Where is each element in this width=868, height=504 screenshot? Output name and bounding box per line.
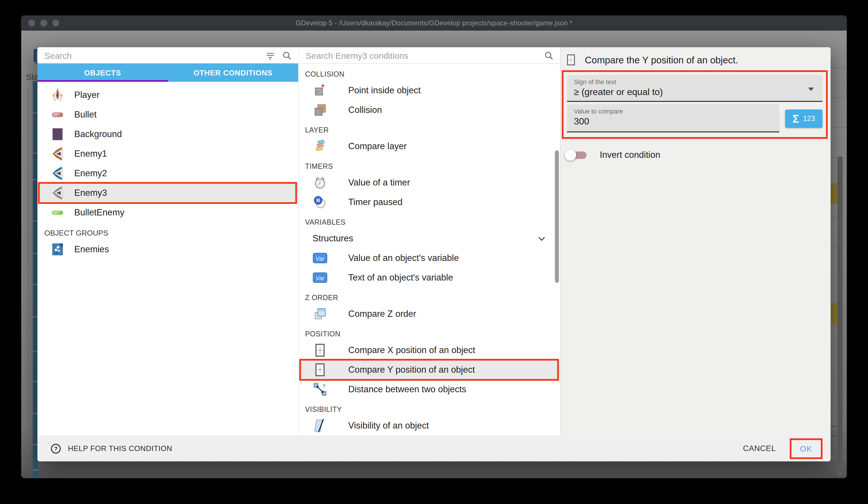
- sigma-icon: Σ: [793, 113, 799, 124]
- condition-item-value-of-an-object-s-variable[interactable]: VarValue of an object's variable: [299, 248, 560, 268]
- condition-item-distance-between-two-objects[interactable]: ?Distance between two objects: [299, 380, 560, 399]
- object-name: Bullet: [74, 109, 97, 120]
- events-right-column: [829, 66, 846, 463]
- window-title: GDevelop 5 - /Users/dkarakay/Documents/G…: [296, 19, 572, 27]
- condition-item-compare-layer[interactable]: Compare layer: [299, 137, 560, 156]
- objects-search-input[interactable]: [44, 50, 259, 60]
- expression-digits: 123: [803, 115, 815, 123]
- conditions-search-row: [299, 47, 560, 63]
- condition-item-compare-z-order[interactable]: Compare Z order: [299, 304, 560, 324]
- condition-label: Distance between two objects: [348, 384, 466, 395]
- timer-paused-icon: [312, 195, 328, 210]
- variable-value-icon: Var: [312, 251, 328, 265]
- condition-item-collision[interactable]: Collision: [299, 100, 560, 120]
- condition-label: Timer paused: [348, 197, 402, 208]
- events-tree-line: [28, 88, 28, 461]
- bullet-icon: [50, 107, 65, 122]
- condition-item-compare-y-position-of-an-object[interactable]: Compare Y position of an object: [299, 360, 560, 380]
- choose-condition-dialog: OBJECTSOTHER CONDITIONS PlayerBulletBack…: [38, 47, 830, 461]
- object-item-enemy1[interactable]: Enemy1: [38, 144, 298, 164]
- compare-position-icon: [312, 362, 328, 377]
- enemy3-ship-icon: [50, 185, 65, 200]
- conditions-panel: COLLISIONPoint inside objectCollisionLAY…: [298, 47, 560, 435]
- condition-item-point-inside-object[interactable]: Point inside object: [299, 81, 560, 100]
- condition-label: Value of an object's variable: [348, 253, 459, 263]
- condition-group-label: Structures: [312, 233, 353, 244]
- condition-label: Compare X position of an object: [348, 345, 475, 355]
- tab-objects[interactable]: OBJECTS: [38, 63, 168, 82]
- object-name: Player: [74, 90, 100, 100]
- compare-position-icon: [312, 343, 328, 358]
- objects-panel: OBJECTSOTHER CONDITIONS PlayerBulletBack…: [38, 47, 298, 435]
- object-item-bulletenemy[interactable]: BulletEnemy: [38, 203, 298, 222]
- object-item-player[interactable]: Player: [38, 85, 298, 105]
- section-header: POSITION: [299, 324, 560, 340]
- background-icon: [50, 127, 65, 142]
- value-to-compare-input[interactable]: [567, 115, 758, 127]
- help-button[interactable]: ? HELP FOR THIS CONDITION: [50, 443, 172, 454]
- ok-button[interactable]: OK: [800, 444, 813, 453]
- condition-header: Compare the Y position of an object.: [565, 53, 738, 66]
- condition-label: Compare Z order: [348, 309, 416, 319]
- titlebar: GDevelop 5 - /Users/dkarakay/Documents/G…: [21, 16, 847, 31]
- close-button[interactable]: [28, 20, 35, 27]
- object-item-background[interactable]: Background: [38, 124, 298, 144]
- condition-label: Point inside object: [348, 85, 421, 95]
- condition-label: Value of a timer: [348, 178, 410, 188]
- events-scrollbar[interactable]: [837, 156, 843, 476]
- annotation-box-ok: OK: [790, 438, 823, 459]
- point-inside-icon: [312, 83, 328, 98]
- compare-position-icon: [565, 53, 577, 66]
- value-to-compare-field[interactable]: Value to compare: [567, 104, 779, 132]
- minimize-button[interactable]: [40, 20, 47, 27]
- condition-label: Visibility of an object: [348, 421, 429, 431]
- enemies-group-icon: [50, 242, 65, 257]
- condition-item-structures[interactable]: Structures: [299, 229, 560, 248]
- tab-other-conditions[interactable]: OTHER CONDITIONS: [168, 63, 298, 82]
- object-name: Background: [74, 129, 122, 139]
- condition-item-value-of-a-timer[interactable]: Value of a timer: [299, 173, 560, 192]
- dialog-footer: ? HELP FOR THIS CONDITION CANCEL OK: [38, 435, 830, 461]
- object-name: Enemy2: [74, 168, 107, 179]
- compare-layer-icon: [312, 139, 328, 154]
- expression-editor-button[interactable]: Σ 123: [785, 109, 823, 128]
- screen: GDevelop 5 - /Users/dkarakay/Documents/G…: [0, 0, 868, 504]
- search-icon[interactable]: [281, 50, 292, 61]
- section-header: VISIBILITY: [299, 399, 560, 416]
- maximize-button[interactable]: [52, 20, 59, 27]
- sign-of-test-label: Sign of the test: [567, 75, 823, 85]
- gdevelop-window: GDevelop 5 - /Users/dkarakay/Documents/G…: [21, 15, 847, 478]
- objects-search-row: [38, 47, 298, 63]
- invert-condition-label: Invert condition: [600, 150, 660, 160]
- svg-text:?: ?: [323, 383, 326, 389]
- svg-text:Var: Var: [316, 255, 325, 262]
- conditions-list: COLLISIONPoint inside objectCollisionLAY…: [299, 64, 560, 435]
- condition-item-visibility-of-an-object[interactable]: Visibility of an object: [299, 416, 560, 435]
- condition-label: Text of an object's variable: [348, 272, 453, 283]
- scene-tab-label: Sta: [26, 72, 39, 82]
- condition-item-compare-x-position-of-an-object[interactable]: Compare X position of an object: [299, 340, 560, 360]
- conditions-scrollbar[interactable]: [555, 150, 559, 283]
- invert-condition-toggle[interactable]: [566, 151, 587, 159]
- object-item-bullet[interactable]: Bullet: [38, 105, 298, 124]
- bullet-enemy-icon: [50, 205, 65, 220]
- section-header: Z ORDER: [299, 288, 560, 304]
- collision-icon: [312, 102, 328, 118]
- chevron-down-icon[interactable]: [536, 233, 547, 244]
- object-item-enemy2[interactable]: Enemy2: [38, 164, 298, 183]
- search-icon[interactable]: [544, 50, 554, 61]
- cancel-button[interactable]: CANCEL: [737, 440, 782, 457]
- conditions-search-input[interactable]: [306, 50, 538, 60]
- sign-of-test-select[interactable]: Sign of the test ≥ (greater or equal to): [567, 75, 823, 102]
- condition-label: Compare Y position of an object: [348, 365, 475, 375]
- object-item-enemy3[interactable]: Enemy3: [38, 183, 298, 203]
- condition-item-text-of-an-object-s-variable[interactable]: VarText of an object's variable: [299, 268, 560, 288]
- z-order-icon: [312, 306, 328, 321]
- group-item-enemies[interactable]: Enemies: [38, 240, 298, 259]
- annotation-box-parameters: Sign of the test ≥ (greater or equal to)…: [562, 70, 828, 139]
- help-icon: ?: [50, 443, 62, 454]
- filter-icon[interactable]: [265, 50, 276, 61]
- condition-item-timer-paused[interactable]: Timer paused: [299, 192, 560, 212]
- enemy2-ship-icon: [50, 166, 65, 181]
- help-label: HELP FOR THIS CONDITION: [68, 444, 172, 453]
